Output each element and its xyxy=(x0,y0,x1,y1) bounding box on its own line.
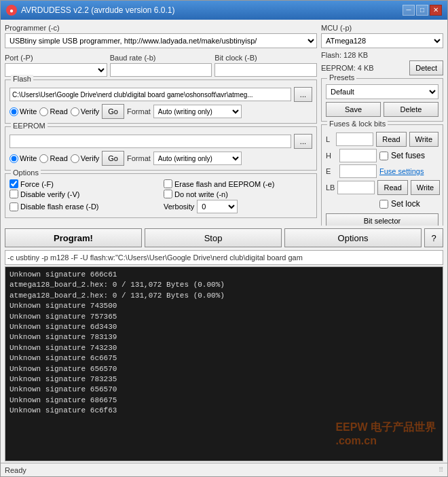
flash-browse-button[interactable]: ... xyxy=(294,87,312,102)
disable-flash-erase-option[interactable]: Disable flash erase (-D) xyxy=(10,200,158,213)
delete-preset-button[interactable]: Delete xyxy=(384,102,438,117)
disable-verify-checkbox[interactable] xyxy=(10,190,18,198)
fuse-lb-label: LB xyxy=(326,183,335,192)
fuse-l-input[interactable] xyxy=(336,132,373,146)
flash-group: Flash ... Write Read Verify Go xyxy=(5,80,317,124)
set-fuses-checkbox[interactable] xyxy=(379,152,388,160)
fuse-l-label: L xyxy=(326,135,333,143)
flash-file-input[interactable] xyxy=(10,88,291,101)
detect-button[interactable]: Detect xyxy=(409,60,443,75)
port-label: Port (-P) xyxy=(5,54,107,62)
fuse-settings-link[interactable]: Fuse settings xyxy=(379,167,424,175)
verbosity-select[interactable]: 0 xyxy=(197,200,238,213)
fuse-h-label: H xyxy=(326,152,337,160)
set-lock-label: Set lock xyxy=(391,199,420,209)
do-not-write-option[interactable]: Do not write (-n) xyxy=(164,190,312,198)
programmer-select[interactable]: USBtiny simple USB programmer, http://ww… xyxy=(5,33,317,48)
help-button[interactable]: ? xyxy=(424,228,443,247)
presets-group: Presets Default Save Delete xyxy=(321,78,443,122)
main-window: ● AVRDUDESS v2.2 (avrdude version 6.0.1)… xyxy=(0,0,448,477)
fuse-l-row: L Read Write xyxy=(326,132,438,147)
options-group-label: Options xyxy=(11,169,41,177)
flash-write-radio[interactable]: Write xyxy=(10,107,37,116)
fuse-l-write-button[interactable]: Write xyxy=(409,132,438,147)
fuse-e-row: E Fuse settings xyxy=(326,164,438,178)
minimize-button[interactable]: ─ xyxy=(403,5,415,16)
status-text: Ready xyxy=(5,466,438,474)
mcu-select[interactable]: ATmega128 xyxy=(321,33,443,48)
left-panel: Programmer (-c) USBtiny simple USB progr… xyxy=(5,24,317,222)
watermark: EEPW 电子产品世界.com.cn xyxy=(335,421,436,447)
flash-format-label: Format xyxy=(127,107,151,116)
bottom-buttons: Program! Stop Options ? xyxy=(1,226,447,250)
programmer-label: Programmer (-c) xyxy=(5,24,317,32)
flash-size-label: Flash: 128 KB xyxy=(321,51,368,59)
baud-section: Baud rate (-b) xyxy=(110,54,212,77)
cmd-line: -c usbtiny -p m128 -F -U flash:w:"C:\Use… xyxy=(5,250,443,265)
erase-flash-option[interactable]: Erase flash and EEPROM (-e) xyxy=(164,179,312,188)
force-checkbox[interactable] xyxy=(10,179,18,188)
mcu-label: MCU (-p) xyxy=(321,24,443,32)
flash-group-label: Flash xyxy=(11,75,33,83)
eeprom-file-input[interactable] xyxy=(10,135,291,148)
flash-format-select[interactable]: Auto (writing only) xyxy=(153,105,242,118)
presets-select[interactable]: Default xyxy=(326,84,438,99)
close-button[interactable]: ✕ xyxy=(430,5,442,16)
restore-button[interactable]: □ xyxy=(416,5,428,16)
fuse-h-input[interactable] xyxy=(339,149,377,162)
programmer-section: Programmer (-c) USBtiny simple USB progr… xyxy=(5,24,317,48)
eeprom-browse-button[interactable]: ... xyxy=(294,134,312,149)
disable-flash-erase-checkbox[interactable] xyxy=(10,202,18,211)
save-preset-button[interactable]: Save xyxy=(326,102,381,117)
set-lock-row: Set lock xyxy=(326,197,438,211)
fuse-lb-row: LB Read Write xyxy=(326,180,438,195)
force-option[interactable]: Force (-F) xyxy=(10,179,158,188)
main-content: Programmer (-c) USBtiny simple USB progr… xyxy=(1,20,447,226)
title-controls: ─ □ ✕ xyxy=(403,5,442,16)
fuse-lb-write-button[interactable]: Write xyxy=(411,180,440,195)
port-baud-row: Port (-P) Baud rate (-b) Bit clock (-B) xyxy=(5,54,317,77)
eeprom-format-select[interactable]: Auto (writing only) xyxy=(153,152,242,165)
erase-flash-checkbox[interactable] xyxy=(164,179,172,188)
bitclock-section: Bit clock (-B) xyxy=(214,54,317,77)
app-icon: ● xyxy=(6,5,17,16)
flash-read-radio[interactable]: Read xyxy=(39,107,67,116)
presets-group-label: Presets xyxy=(327,73,356,82)
eeprom-size-label: EEPROM: 4 KB xyxy=(321,64,374,72)
bit-selector-button[interactable]: Bit selector xyxy=(326,213,438,226)
flash-go-button[interactable]: Go xyxy=(102,104,124,119)
output-text: Unknown signature 666c61 atmega128_board… xyxy=(5,267,443,419)
eeprom-verify-radio[interactable]: Verify xyxy=(71,154,100,163)
flash-verify-radio[interactable]: Verify xyxy=(71,107,100,116)
cmd-text: -c usbtiny -p m128 -F -U flash:w:"C:\Use… xyxy=(7,253,303,262)
port-section: Port (-P) xyxy=(5,54,107,77)
eeprom-format-label: Format xyxy=(127,154,151,162)
fuse-lb-read-button[interactable]: Read xyxy=(377,180,407,195)
eeprom-write-radio[interactable]: Write xyxy=(10,154,37,163)
disable-verify-option[interactable]: Disable verify (-V) xyxy=(10,190,158,198)
eeprom-go-button[interactable]: Go xyxy=(102,151,124,166)
fuse-lb-input[interactable] xyxy=(337,181,375,194)
status-bar: Ready ⠿ xyxy=(1,463,447,476)
stop-button[interactable]: Stop xyxy=(145,228,282,247)
bitclock-label: Bit clock (-B) xyxy=(214,54,317,62)
baud-input[interactable] xyxy=(110,63,212,77)
options-button[interactable]: Options xyxy=(284,228,422,247)
set-fuses-label: Set fuses xyxy=(391,151,425,160)
eeprom-read-radio[interactable]: Read xyxy=(39,154,67,163)
program-button[interactable]: Program! xyxy=(5,228,142,247)
mcu-section: MCU (-p) ATmega128 Flash: 128 KB EEPROM:… xyxy=(321,24,443,75)
fuses-group-label: Fuses & lock bits xyxy=(327,120,388,128)
options-group: Options Force (-F) Erase flash and EEPRO… xyxy=(5,173,317,218)
title-bar: ● AVRDUDESS v2.2 (avrdude version 6.0.1)… xyxy=(1,1,447,20)
fuse-l-read-button[interactable]: Read xyxy=(376,132,406,147)
verbosity-row: Verbosity 0 xyxy=(164,200,312,213)
set-lock-checkbox[interactable] xyxy=(379,200,388,209)
fuse-e-input[interactable] xyxy=(339,164,377,178)
output-container: Unknown signature 666c61 atmega128_board… xyxy=(1,265,447,463)
do-not-write-checkbox[interactable] xyxy=(164,190,172,198)
fuse-h-row: H Set fuses xyxy=(326,149,438,162)
output-area[interactable]: Unknown signature 666c61 atmega128_board… xyxy=(5,266,443,461)
bitclock-input[interactable] xyxy=(214,63,317,77)
baud-label: Baud rate (-b) xyxy=(110,54,212,62)
